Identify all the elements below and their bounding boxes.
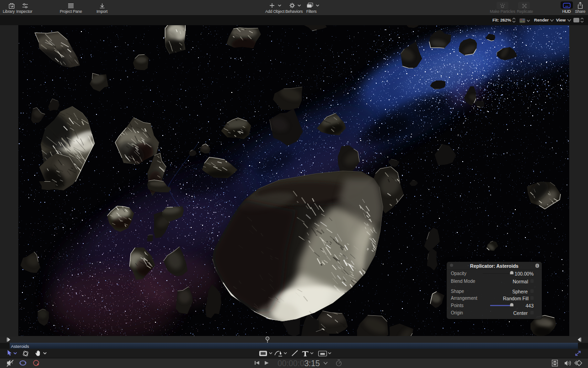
svg-text:00:00:03:15: 00:00:03:15 xyxy=(278,359,320,368)
